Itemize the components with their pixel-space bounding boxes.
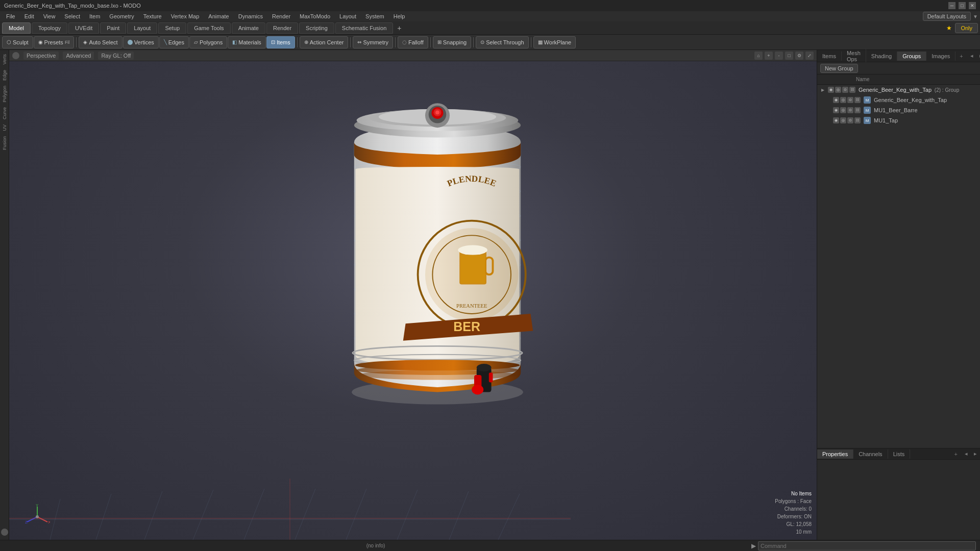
props-tab-properties[interactable]: Properties	[817, 449, 853, 459]
tab-render[interactable]: Render	[266, 22, 298, 34]
tab-scripting[interactable]: Scripting	[299, 22, 334, 34]
rp-tab-mesh-ops[interactable]: Mesh Ops	[842, 48, 866, 64]
tab-game-tools[interactable]: Game Tools	[187, 22, 231, 34]
menu-file[interactable]: File	[2, 12, 19, 20]
falloff-button[interactable]: ◌ Falloff	[398, 36, 428, 48]
vp-settings-icon[interactable]: ⚙	[795, 52, 803, 60]
viewport-3d[interactable]: PLENDLEE BER PREANTEEE	[9, 61, 817, 540]
vis-1-1[interactable]: ◉	[833, 97, 839, 103]
only-button[interactable]: Only	[955, 23, 978, 33]
props-tab-channels[interactable]: Channels	[853, 449, 888, 459]
menu-maxtomodo[interactable]: MaxToModo	[296, 12, 334, 20]
scene-tree[interactable]: ▶ ◉ ◎ ⊙ ☷ Generic_Beer_Keg_with_Tap (2) …	[817, 85, 980, 448]
tab-setup[interactable]: Setup	[158, 22, 186, 34]
rp-tab-images[interactable]: Images	[926, 52, 955, 61]
menu-view[interactable]: View	[39, 12, 60, 20]
perspective-label[interactable]: Perspective	[23, 52, 59, 60]
vp-zoom-in-icon[interactable]: +	[765, 52, 773, 60]
tab-animate[interactable]: Animate	[232, 22, 265, 34]
props-expand-left[interactable]: ◂	[962, 449, 971, 459]
tab-layout[interactable]: Layout	[127, 22, 157, 34]
rp-expand-right[interactable]: ▸	[976, 51, 980, 61]
vis-1-2[interactable]: ◎	[840, 97, 846, 103]
vis-icon-2[interactable]: ◎	[835, 87, 841, 93]
vertices-button[interactable]: Vertices	[123, 36, 159, 48]
items-button[interactable]: ⊡ Items	[266, 36, 295, 48]
action-center-button[interactable]: ⊕ Action Center	[300, 36, 349, 48]
menu-geometry[interactable]: Geometry	[105, 12, 138, 20]
props-tab-lists[interactable]: Lists	[888, 449, 911, 459]
snapping-button[interactable]: ⊞ Snapping	[433, 36, 472, 48]
vp-maximize-icon[interactable]: ⤢	[805, 52, 814, 60]
left-panel-edge[interactable]: Edge	[1, 68, 8, 83]
menu-dynamics[interactable]: Dynamics	[234, 12, 267, 20]
left-panel-fusion[interactable]: Fusion	[1, 134, 8, 152]
vis-icon-3[interactable]: ⊙	[842, 87, 848, 93]
presets-button[interactable]: ◉ Presets Fil	[34, 36, 75, 48]
advanced-label[interactable]: Advanced	[63, 52, 94, 60]
rp-tab-shading[interactable]: Shading	[866, 52, 897, 61]
vp-home-icon[interactable]: ⌂	[754, 52, 763, 60]
menu-help[interactable]: Help	[389, 12, 409, 20]
tree-item-mesh1[interactable]: ◉ ◎ ⊙ ☷ M Generic_Beer_Keg_with_Tap	[822, 95, 980, 105]
menu-animate[interactable]: Animate	[204, 12, 233, 20]
tree-item-root[interactable]: ▶ ◉ ◎ ⊙ ☷ Generic_Beer_Keg_with_Tap (2) …	[817, 85, 980, 95]
viewport-toggle[interactable]	[12, 52, 19, 59]
vis-2-1[interactable]: ◉	[833, 107, 839, 113]
vp-zoom-out-icon[interactable]: -	[775, 52, 783, 60]
tree-item-mesh3[interactable]: ◉ ◎ ⊙ ☷ M MU1_Tap	[822, 115, 980, 126]
menu-select[interactable]: Select	[60, 12, 84, 20]
tree-item-mesh2[interactable]: ◉ ◎ ⊙ ☷ M MU1_Beer_Barre	[822, 105, 980, 115]
vp-frame-icon[interactable]: □	[785, 52, 793, 60]
edges-button[interactable]: ╲ Edges	[159, 36, 189, 48]
minimize-button[interactable]: ─	[948, 2, 955, 9]
auto-select-button[interactable]: ◈ Auto Select	[79, 36, 122, 48]
left-panel-polygon[interactable]: Polygon	[1, 84, 8, 105]
vis-3-4[interactable]: ☷	[854, 117, 861, 123]
vis-1-3[interactable]: ⊙	[847, 97, 853, 103]
tab-paint[interactable]: Paint	[100, 22, 126, 34]
props-expand-right[interactable]: ▸	[971, 449, 980, 459]
restore-button[interactable]: □	[959, 2, 966, 9]
tree-expand-root[interactable]: ▶	[819, 88, 826, 92]
props-tab-add[interactable]: +	[950, 449, 962, 459]
vis-2-4[interactable]: ☷	[854, 107, 861, 113]
ray-gl-label[interactable]: Ray GL: Off	[98, 52, 134, 60]
workplane-button[interactable]: ▦ WorkPlane	[533, 36, 576, 48]
tab-add-button[interactable]: +	[394, 24, 404, 32]
tab-uvedit[interactable]: UVEdit	[68, 22, 99, 34]
rp-tab-add[interactable]: +	[955, 52, 967, 61]
tab-model[interactable]: Model	[2, 22, 31, 34]
menu-render[interactable]: Render	[268, 12, 295, 20]
menu-item[interactable]: Item	[85, 12, 104, 20]
select-through-button[interactable]: ⊙ Select Through	[476, 36, 528, 48]
rp-tab-items[interactable]: Items	[817, 52, 842, 61]
menu-edit[interactable]: Edit	[20, 12, 38, 20]
vis-icon-4[interactable]: ☷	[849, 87, 855, 93]
left-panel-verts[interactable]: Verts	[1, 52, 8, 67]
left-panel-curve[interactable]: Curve	[1, 105, 8, 121]
menu-vertex-map[interactable]: Vertex Map	[167, 12, 204, 20]
materials-button[interactable]: ◧ Materials	[228, 36, 266, 48]
polygons-button[interactable]: ▱ Polygons	[189, 36, 227, 48]
rp-expand-left[interactable]: ◂	[967, 51, 976, 61]
close-button[interactable]: ✕	[969, 2, 976, 9]
vis-3-2[interactable]: ◎	[840, 117, 846, 123]
vis-1-4[interactable]: ☷	[854, 97, 861, 103]
left-panel-uv[interactable]: UV	[1, 122, 8, 133]
menu-texture[interactable]: Texture	[139, 12, 166, 20]
rp-tab-groups[interactable]: Groups	[897, 52, 926, 61]
layout-selector[interactable]: Default Layouts	[923, 12, 971, 21]
viewport-area[interactable]: Perspective Advanced Ray GL: Off ⌂ + - □…	[9, 50, 817, 540]
vis-3-3[interactable]: ⊙	[847, 117, 853, 123]
vis-icon-1[interactable]: ◉	[828, 87, 834, 93]
sculpt-button[interactable]: ⬡ Sculpt	[2, 36, 33, 48]
command-input[interactable]	[758, 541, 976, 550]
menu-layout[interactable]: Layout	[335, 12, 360, 20]
vis-2-3[interactable]: ⊙	[847, 107, 853, 113]
vis-2-2[interactable]: ◎	[840, 107, 846, 113]
symmetry-button[interactable]: ⇔ Symmetry	[353, 36, 393, 48]
tab-schematic-fusion[interactable]: Schematic Fusion	[335, 22, 393, 34]
menu-system[interactable]: System	[361, 12, 388, 20]
vis-3-1[interactable]: ◉	[833, 117, 839, 123]
